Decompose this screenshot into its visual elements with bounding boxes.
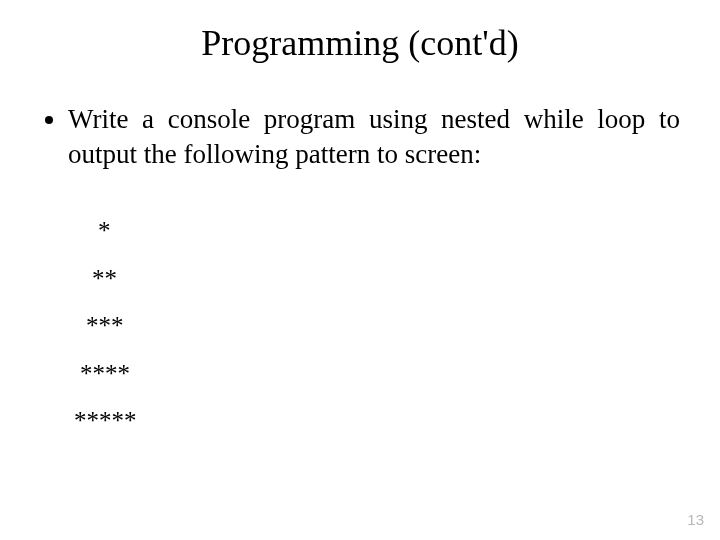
pattern-row-5: ***** (40, 397, 680, 445)
bullet-item: Write a console program using nested whi… (68, 102, 680, 171)
slide: Programming (cont'd) Write a console pro… (0, 0, 720, 540)
pattern-row-2: ** (40, 255, 680, 303)
page-number: 13 (687, 511, 704, 528)
slide-body: Write a console program using nested whi… (0, 72, 720, 445)
bullet-list: Write a console program using nested whi… (40, 102, 680, 171)
pattern-row-3: *** (40, 302, 680, 350)
star-pattern: * ** *** **** ***** (40, 207, 680, 445)
pattern-row-1: * (40, 207, 680, 255)
pattern-row-4: **** (40, 350, 680, 398)
slide-title: Programming (cont'd) (0, 0, 720, 72)
